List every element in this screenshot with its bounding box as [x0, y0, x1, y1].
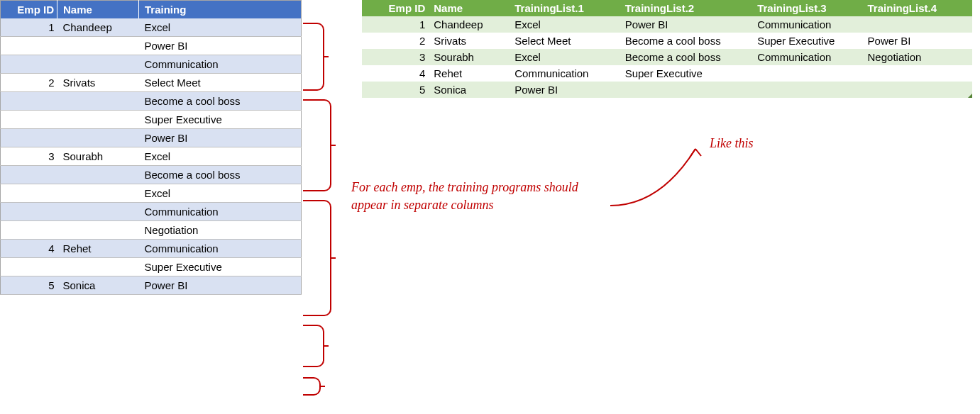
- table-row: 4RehetCommunication: [1, 240, 302, 258]
- header-traininglist-4: TrainingList.4: [862, 0, 972, 16]
- result-table: Emp ID Name TrainingList.1 TrainingList.…: [362, 0, 972, 98]
- header-emp-id: Emp ID: [1, 1, 57, 19]
- table-expand-handle-icon[interactable]: [968, 94, 972, 98]
- header-emp-id-result: Emp ID: [362, 0, 428, 16]
- header-traininglist-3: TrainingList.3: [751, 0, 861, 16]
- table-row: 3SourabhExcelBecome a cool bossCommunica…: [362, 49, 972, 65]
- header-traininglist-2: TrainingList.2: [620, 0, 752, 16]
- annotation-main: For each emp, the training programs shou…: [351, 179, 607, 214]
- table-row: Power BI: [1, 37, 302, 55]
- table-row: Become a cool boss: [1, 92, 302, 111]
- arrow-icon: [603, 113, 724, 213]
- source-table-header-row: Emp ID Name Training: [1, 1, 302, 19]
- table-row: Communication: [1, 55, 302, 74]
- brace-icon: [303, 325, 324, 367]
- table-row: Super Executive: [1, 111, 302, 129]
- brace-icon: [303, 23, 324, 91]
- brace-icon: [303, 200, 331, 316]
- table-row: 5SonicaPower BI: [1, 276, 302, 295]
- source-table: Emp ID Name Training 1ChandeepExcel Powe…: [0, 0, 302, 295]
- table-row: 3SourabhExcel: [1, 147, 302, 166]
- table-row: 1ChandeepExcel: [1, 18, 302, 37]
- result-table-header-row: Emp ID Name TrainingList.1 TrainingList.…: [362, 0, 972, 16]
- table-row: 2SrivatsSelect Meet: [1, 74, 302, 92]
- brace-icon: [303, 99, 331, 191]
- table-row: Negotiation: [1, 221, 302, 240]
- table-row: 5SonicaPower BI: [362, 82, 972, 98]
- table-row: 4RehetCommunicationSuper Executive: [362, 65, 972, 82]
- table-row: Power BI: [1, 129, 302, 147]
- table-row: 1ChandeepExcelPower BICommunication: [362, 16, 972, 33]
- table-row: Excel: [1, 184, 302, 203]
- header-name-result: Name: [428, 0, 509, 16]
- source-table-panel: Emp ID Name Training 1ChandeepExcel Powe…: [0, 0, 302, 295]
- brace-icon: [303, 377, 321, 396]
- header-name: Name: [57, 1, 139, 19]
- header-traininglist-1: TrainingList.1: [509, 0, 619, 16]
- header-training: Training: [139, 1, 302, 19]
- table-row: Super Executive: [1, 258, 302, 276]
- table-row: Become a cool boss: [1, 166, 302, 184]
- table-row: 2SrivatsSelect MeetBecome a cool bossSup…: [362, 33, 972, 49]
- table-row: Communication: [1, 203, 302, 221]
